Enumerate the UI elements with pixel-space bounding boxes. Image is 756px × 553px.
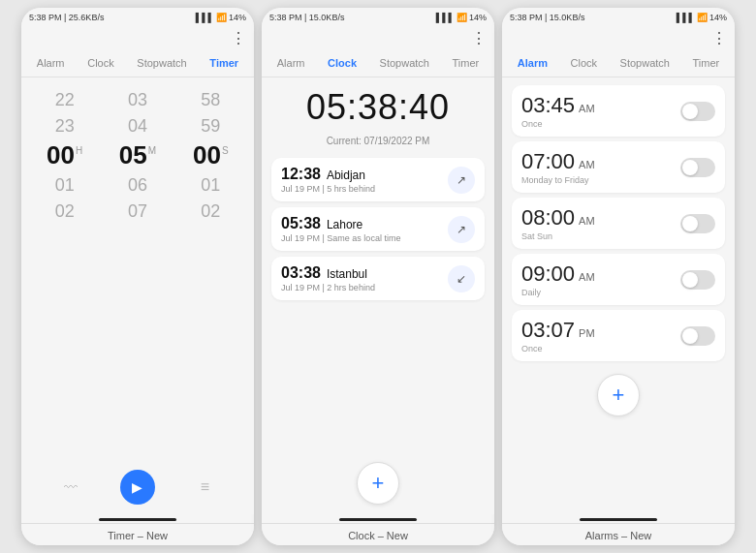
alarm-phone: 5:38 PM | 15.0KB/s ▌▌▌ 📶 14% ⋮ Alarm Clo… — [502, 8, 735, 545]
signal-icon: ▌▌▌ — [196, 13, 214, 22]
drum-s-58: 58 — [175, 87, 246, 113]
wc-abidjan-time: 12:38 — [281, 166, 321, 183]
wc-istanbul-time: 03:38 — [281, 264, 321, 282]
wc-lahore: 05:38 Lahore Jul 19 PM | Same as local t… — [271, 207, 485, 251]
drum-h-22: 22 — [29, 87, 100, 113]
timer-panel: 22 23 00H 01 02 03 04 05M 06 07 58 5 — [21, 77, 254, 514]
alarm-item-1: 07:00 AM Monday to Friday — [512, 141, 725, 193]
world-clock-list: 12:38 Abidjan Jul 19 PM | 5 hrs behind ↗… — [271, 158, 485, 452]
alarm-toggle-4[interactable] — [680, 326, 715, 346]
clock-fab-button[interactable]: + — [357, 462, 399, 505]
alarm-battery-text: 14% — [709, 13, 727, 22]
wc-lahore-info: 05:38 Lahore Jul 19 PM | Same as local t… — [281, 215, 400, 243]
alarm-time-0: 03:45 AM — [521, 93, 595, 118]
clock-status-text: 5:38 PM | 15.0KB/s — [269, 13, 344, 22]
alarm-time-block-0: 03:45 AM Once — [521, 93, 595, 129]
wifi-icon: 📶 — [216, 13, 227, 22]
alarm-fab-wrap: + — [512, 370, 725, 416]
tab-clock-alarm[interactable]: Clock — [568, 55, 601, 71]
alarm-nav-tabs: Alarm Clock Stopwatch Timer — [502, 51, 735, 77]
alarm-ampm-4: PM — [579, 327, 595, 339]
timer-waves-button[interactable]: 〰 — [53, 470, 88, 505]
wc-abidjan: 12:38 Abidjan Jul 19 PM | 5 hrs behind ↗ — [271, 158, 485, 201]
wc-istanbul-city: Istanbul — [327, 267, 367, 281]
drum-m-04: 04 — [102, 113, 173, 139]
alarm-item-3: 09:00 AM Daily — [512, 254, 725, 305]
alarm-menu-icon[interactable]: ⋮ — [711, 29, 727, 47]
alarm-time-block-1: 07:00 AM Monday to Friday — [521, 149, 595, 185]
drum-seconds: 58 59 00S 01 02 — [175, 87, 246, 225]
wc-lahore-arrow[interactable]: ↗ — [448, 216, 475, 243]
alarm-time-val-0: 03:45 — [521, 93, 575, 118]
arrow-icon-abidjan: ↗ — [457, 173, 466, 187]
clock-panel: 05:38:40 Current: 07/19/2022 PM 12:38 Ab… — [262, 77, 494, 514]
wc-abidjan-arrow[interactable]: ↗ — [448, 167, 475, 194]
wc-abidjan-sub: Jul 19 PM | 5 hrs behind — [281, 184, 375, 194]
drum-m-06: 06 — [102, 172, 173, 199]
battery-text: 14% — [229, 13, 246, 22]
tab-alarm-timer[interactable]: Alarm — [34, 55, 68, 71]
timer-list-button[interactable]: ≡ — [187, 470, 222, 505]
drum-h-23: 23 — [29, 113, 100, 139]
drum-s-active: 00S — [175, 139, 246, 172]
alarm-time-1: 07:00 AM — [521, 149, 595, 174]
alarm-time-val-4: 03:07 — [521, 318, 575, 343]
timer-status-right: ▌▌▌ 📶 14% — [196, 13, 246, 22]
timer-play-button[interactable]: ▶ — [120, 470, 155, 505]
drum-m-active: 05M — [102, 139, 173, 172]
alarm-fab-button[interactable]: + — [597, 374, 640, 416]
tab-timer-timer[interactable]: Timer — [206, 55, 241, 71]
tab-stopwatch-timer[interactable]: Stopwatch — [134, 55, 189, 71]
clock-battery-text: 14% — [469, 13, 487, 22]
tab-stopwatch-alarm[interactable]: Stopwatch — [617, 55, 673, 71]
alarm-status-left: 5:38 PM | 15.0KB/s — [510, 13, 584, 22]
timer-bottom-label: Timer – New — [21, 523, 254, 545]
timer-status-bar: 5:38 PM | 25.6KB/s ▌▌▌ 📶 14% — [21, 8, 254, 27]
alarm-toggle-1[interactable] — [680, 158, 715, 177]
drum-h-active: 00H — [29, 139, 100, 172]
clock-phone: 5:38 PM | 15.0KB/s ▌▌▌ 📶 14% ⋮ Alarm Clo… — [262, 8, 494, 545]
tab-clock-clock[interactable]: Clock — [325, 55, 360, 71]
clock-status-right: ▌▌▌ 📶 14% — [436, 13, 487, 22]
alarm-time-val-2: 08:00 — [521, 205, 575, 230]
alarm-time-2: 08:00 AM — [521, 205, 595, 230]
waves-icon: 〰 — [64, 479, 78, 495]
tab-clock-timer[interactable]: Clock — [84, 55, 117, 71]
alarm-toggle-2[interactable] — [680, 214, 715, 233]
tab-alarm-clock[interactable]: Alarm — [274, 55, 308, 71]
clock-content: 05:38:40 Current: 07/19/2022 PM 12:38 Ab… — [262, 77, 494, 514]
alarm-top-bar: ⋮ — [502, 27, 735, 51]
alarm-time-block-4: 03:07 PM Once — [521, 318, 595, 353]
alarm-toggle-0[interactable] — [680, 102, 715, 121]
alarm-time-val-3: 09:00 — [521, 261, 575, 287]
wc-lahore-sub: Jul 19 PM | Same as local time — [281, 233, 400, 243]
clock-divider — [339, 518, 417, 521]
drum-s-02: 02 — [175, 199, 246, 225]
tab-timer-clock[interactable]: Timer — [449, 55, 482, 71]
wc-abidjan-city: Abidjan — [327, 169, 365, 182]
alarm-wifi-icon: 📶 — [697, 13, 708, 22]
alarm-time-4: 03:07 PM — [521, 318, 595, 343]
alarm-item-0: 03:45 AM Once — [512, 85, 725, 137]
alarm-item-4: 03:07 PM Once — [512, 310, 725, 361]
tab-timer-alarm[interactable]: Timer — [689, 55, 722, 71]
clock-wifi-icon: 📶 — [457, 13, 467, 22]
alarm-toggle-3[interactable] — [680, 270, 715, 290]
alarm-status-right: ▌▌▌ 📶 14% — [677, 13, 727, 22]
timer-status-left: 5:38 PM | 25.6KB/s — [29, 13, 104, 22]
drum-m-03: 03 — [102, 87, 173, 113]
alarm-time-val-1: 07:00 — [521, 149, 575, 174]
drum-s-59: 59 — [175, 113, 246, 139]
alarm-divider — [580, 518, 657, 521]
alarm-time-block-3: 09:00 AM Daily — [521, 261, 595, 297]
alarm-status-text: 5:38 PM | 15.0KB/s — [510, 13, 584, 22]
wc-istanbul-arrow[interactable]: ↙ — [448, 265, 475, 292]
clock-menu-icon[interactable]: ⋮ — [471, 29, 487, 47]
drum-h-01: 01 — [29, 172, 100, 199]
tab-alarm-alarm[interactable]: Alarm — [515, 55, 551, 71]
arrow-icon-lahore: ↗ — [457, 223, 466, 236]
timer-menu-icon[interactable]: ⋮ — [231, 29, 246, 47]
tab-stopwatch-clock[interactable]: Stopwatch — [377, 55, 432, 71]
alarm-label-2: Sat Sun — [521, 231, 595, 241]
wc-istanbul-info: 03:38 Istanbul Jul 19 PM | 2 hrs behind — [281, 264, 375, 292]
